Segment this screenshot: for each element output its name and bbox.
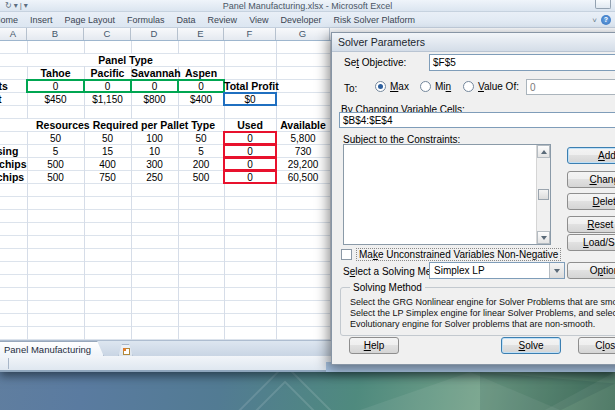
min-radio[interactable]: Min xyxy=(420,81,451,92)
sheet-tab-panel-manufacturing[interactable]: Panel Manufacturing xyxy=(0,341,104,357)
tab-review[interactable]: Review xyxy=(202,15,244,25)
tab-home[interactable]: Home xyxy=(0,15,24,25)
total-profit-cell[interactable]: $0 xyxy=(224,93,276,106)
resource-cell[interactable]: 5 xyxy=(27,145,84,158)
pallets-cell[interactable]: 0 xyxy=(84,80,131,93)
reset-all-button[interactable]: Reset All xyxy=(567,216,615,233)
column-header-f[interactable]: F xyxy=(224,28,276,40)
available-cell[interactable]: 60,500 xyxy=(276,171,330,184)
pallets-cell[interactable]: 0 xyxy=(27,80,84,93)
column-header-b[interactable]: B xyxy=(27,28,84,40)
panel-name-cell[interactable]: Aspen xyxy=(178,67,224,80)
panel-name-cell[interactable]: Pacific xyxy=(84,67,131,80)
window-title: Panel Manufacturing.xlsx - Microsoft Exc… xyxy=(0,0,615,12)
constraints-listbox[interactable] xyxy=(343,144,551,245)
tab-data[interactable]: Data xyxy=(171,15,202,25)
column-header-e[interactable]: E xyxy=(178,28,224,40)
available-header[interactable]: Available xyxy=(276,119,330,132)
help-icon[interactable]: ? xyxy=(601,15,611,25)
available-cell[interactable]: 730 xyxy=(276,145,330,158)
dialog-title[interactable]: Solver Parameters xyxy=(332,33,615,52)
used-cell[interactable]: 0 xyxy=(224,132,276,145)
options-button[interactable]: Options xyxy=(567,262,615,279)
used-cell[interactable]: 0 xyxy=(224,145,276,158)
resource-cell[interactable]: 750 xyxy=(84,171,131,184)
panel-name-cell[interactable]: Tahoe xyxy=(27,67,84,80)
listbox-scrollbar[interactable] xyxy=(536,145,550,244)
caret-icon[interactable]: ▾ xyxy=(14,0,18,12)
panel-name-cell[interactable]: Savannah xyxy=(131,67,178,80)
resource-cell[interactable]: 50 xyxy=(178,132,224,145)
radio-dot[interactable] xyxy=(463,81,474,92)
resource-cell[interactable]: 50 xyxy=(27,132,84,145)
resource-cell[interactable]: 50 xyxy=(84,132,131,145)
profit-cell[interactable]: $400 xyxy=(178,93,224,106)
profit-cell[interactable]: $1,150 xyxy=(84,93,131,106)
available-cell[interactable]: 29,200 xyxy=(276,158,330,171)
scroll-up-icon[interactable] xyxy=(537,145,550,158)
resource-cell[interactable]: 300 xyxy=(131,158,178,171)
resource-cell[interactable]: 200 xyxy=(178,158,224,171)
value-of-radio[interactable]: Value Of: xyxy=(463,81,519,92)
objective-input[interactable]: $F$5 xyxy=(429,54,615,71)
solving-method-value: Simplex LP xyxy=(434,265,485,276)
used-header[interactable]: Used xyxy=(224,119,276,132)
resource-cell[interactable]: 500 xyxy=(27,158,84,171)
solving-method-dropdown[interactable]: Simplex LP xyxy=(429,262,565,279)
resource-cell[interactable]: 250 xyxy=(131,171,178,184)
title-bar: ↻ ▾ | ▾ Panel Manufacturing.xlsx - Micro… xyxy=(0,0,615,12)
solve-button[interactable]: Solve xyxy=(501,337,561,354)
radio-dot[interactable] xyxy=(420,81,431,92)
help-button[interactable]: Help xyxy=(349,337,399,354)
scroll-down-icon[interactable] xyxy=(537,231,550,244)
value-of-input[interactable]: 0 xyxy=(526,79,615,95)
non-negative-label[interactable]: Make Unconstrained Variables Non-Negativ… xyxy=(356,248,561,261)
resource-cell[interactable]: 5 xyxy=(178,145,224,158)
profit-cell[interactable]: $800 xyxy=(131,93,178,106)
ribbon-collapse-icon[interactable]: ˅ xyxy=(592,16,597,25)
undo-icon[interactable]: ↻ xyxy=(5,0,12,12)
column-header-d[interactable]: D xyxy=(131,28,178,40)
resource-cell[interactable]: 10 xyxy=(131,145,178,158)
used-cell[interactable]: 0 xyxy=(224,158,276,171)
resource-cell[interactable]: 400 xyxy=(84,158,131,171)
resource-cell[interactable]: 500 xyxy=(27,171,84,184)
scrollbar-thumb[interactable] xyxy=(538,189,549,200)
tab-formulas[interactable]: Formulas xyxy=(121,15,171,25)
radio-dot-selected[interactable] xyxy=(375,81,386,92)
tab-page-layout[interactable]: Page Layout xyxy=(59,15,122,25)
tab-risk-solver-platform[interactable]: Risk Solver Platform xyxy=(328,15,422,25)
tab-split-handle[interactable] xyxy=(8,358,9,369)
dropdown-arrow-icon[interactable] xyxy=(549,263,564,278)
window-restore-button[interactable] xyxy=(595,0,611,9)
tab-insert[interactable]: Insert xyxy=(24,15,59,25)
resource-cell[interactable]: 500 xyxy=(178,171,224,184)
delete-button[interactable]: Delete xyxy=(567,193,615,210)
pallets-cell[interactable]: 0 xyxy=(131,80,178,93)
quick-access-toolbar[interactable]: ↻ ▾ | ▾ xyxy=(5,0,28,12)
tab-view[interactable]: View xyxy=(243,15,274,25)
column-header-g[interactable]: G xyxy=(276,28,330,40)
change-button[interactable]: Change xyxy=(567,171,615,188)
non-negative-checkbox[interactable] xyxy=(341,249,352,260)
resources-title[interactable]: Resources Required per Pallet Type xyxy=(27,119,224,131)
variable-cells-input[interactable]: $B$4:$E$4 xyxy=(339,112,615,128)
column-header-c[interactable]: C xyxy=(84,28,131,40)
panel-type-title[interactable]: Panel Type xyxy=(27,54,224,66)
customize-qat-icon[interactable]: ▾ xyxy=(24,0,28,12)
close-button[interactable]: Close xyxy=(578,337,615,354)
profit-cell[interactable]: $450 xyxy=(27,93,84,106)
available-cell[interactable]: 5,800 xyxy=(276,132,330,145)
resource-cell[interactable]: 100 xyxy=(131,132,178,145)
tab-developer[interactable]: Developer xyxy=(274,15,327,25)
used-cell[interactable]: 0 xyxy=(224,171,276,184)
load-save-button[interactable]: Load/Save xyxy=(567,234,615,251)
total-profit-label[interactable]: Total Profit xyxy=(224,80,276,93)
resource-cell[interactable]: 15 xyxy=(84,145,131,158)
max-radio[interactable]: Max xyxy=(375,81,409,92)
ribbon-right-icons: ˅ ? xyxy=(592,12,611,28)
add-button[interactable]: Add xyxy=(567,147,615,164)
ribbon-tab-strip: Home Insert Page Layout Formulas Data Re… xyxy=(0,12,615,28)
pallets-cell[interactable]: 0 xyxy=(178,80,224,93)
column-header-a[interactable]: A xyxy=(0,28,27,40)
